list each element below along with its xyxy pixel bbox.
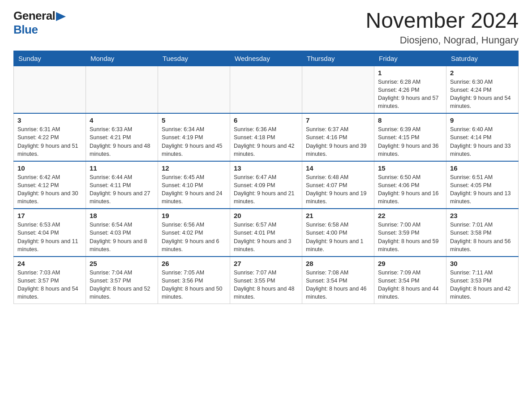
calendar-cell: 30Sunrise: 7:11 AM Sunset: 3:53 PM Dayli… xyxy=(446,257,519,304)
day-info: Sunrise: 6:44 AM Sunset: 4:11 PM Dayligh… xyxy=(90,173,154,206)
day-info: Sunrise: 7:11 AM Sunset: 3:53 PM Dayligh… xyxy=(450,269,515,301)
calendar-cell: 28Sunrise: 7:08 AM Sunset: 3:54 PM Dayli… xyxy=(302,257,374,304)
day-info: Sunrise: 6:58 AM Sunset: 4:00 PM Dayligh… xyxy=(306,221,370,253)
column-header-sunday: Sunday xyxy=(14,51,86,66)
day-number: 17 xyxy=(17,212,82,219)
calendar-cell: 21Sunrise: 6:58 AM Sunset: 4:00 PM Dayli… xyxy=(302,209,374,257)
day-number: 4 xyxy=(90,116,154,124)
day-number: 29 xyxy=(378,260,442,267)
calendar-cell: 24Sunrise: 7:03 AM Sunset: 3:57 PM Dayli… xyxy=(14,257,86,304)
day-number: 6 xyxy=(234,116,298,124)
day-number: 2 xyxy=(450,69,515,77)
day-info: Sunrise: 6:48 AM Sunset: 4:07 PM Dayligh… xyxy=(306,173,370,206)
day-info: Sunrise: 7:08 AM Sunset: 3:54 PM Dayligh… xyxy=(306,269,370,301)
calendar-cell xyxy=(302,66,374,113)
calendar-cell: 11Sunrise: 6:44 AM Sunset: 4:11 PM Dayli… xyxy=(86,161,158,209)
day-info: Sunrise: 7:07 AM Sunset: 3:55 PM Dayligh… xyxy=(234,269,298,301)
logo-general-text: General xyxy=(13,9,55,23)
day-number: 21 xyxy=(306,212,370,219)
day-number: 3 xyxy=(17,116,82,124)
day-info: Sunrise: 7:05 AM Sunset: 3:56 PM Dayligh… xyxy=(162,269,226,301)
day-info: Sunrise: 7:09 AM Sunset: 3:54 PM Dayligh… xyxy=(378,269,442,301)
day-info: Sunrise: 6:33 AM Sunset: 4:21 PM Dayligh… xyxy=(90,125,154,158)
day-info: Sunrise: 6:39 AM Sunset: 4:15 PM Dayligh… xyxy=(378,125,442,158)
day-number: 18 xyxy=(90,212,154,219)
day-number: 7 xyxy=(306,116,370,124)
calendar-cell: 6Sunrise: 6:36 AM Sunset: 4:18 PM Daylig… xyxy=(230,113,302,161)
calendar-cell: 3Sunrise: 6:31 AM Sunset: 4:22 PM Daylig… xyxy=(14,113,86,161)
calendar-table: SundayMondayTuesdayWednesdayThursdayFrid… xyxy=(13,51,519,304)
calendar-cell xyxy=(230,66,302,113)
day-number: 1 xyxy=(378,69,442,77)
day-number: 24 xyxy=(17,260,82,267)
day-info: Sunrise: 6:56 AM Sunset: 4:02 PM Dayligh… xyxy=(162,221,226,253)
calendar-cell: 16Sunrise: 6:51 AM Sunset: 4:05 PM Dayli… xyxy=(446,161,519,209)
day-info: Sunrise: 6:42 AM Sunset: 4:12 PM Dayligh… xyxy=(17,173,82,206)
calendar-cell: 9Sunrise: 6:40 AM Sunset: 4:14 PM Daylig… xyxy=(446,113,519,161)
day-number: 25 xyxy=(90,260,154,267)
day-number: 13 xyxy=(234,164,298,172)
day-info: Sunrise: 6:28 AM Sunset: 4:26 PM Dayligh… xyxy=(378,78,442,111)
day-number: 30 xyxy=(450,260,515,267)
day-info: Sunrise: 6:47 AM Sunset: 4:09 PM Dayligh… xyxy=(234,173,298,206)
day-info: Sunrise: 6:51 AM Sunset: 4:05 PM Dayligh… xyxy=(450,173,515,206)
calendar-cell: 4Sunrise: 6:33 AM Sunset: 4:21 PM Daylig… xyxy=(86,113,158,161)
calendar-cell xyxy=(14,66,86,113)
week-row-3: 10Sunrise: 6:42 AM Sunset: 4:12 PM Dayli… xyxy=(14,161,519,209)
week-row-4: 17Sunrise: 6:53 AM Sunset: 4:04 PM Dayli… xyxy=(14,209,519,257)
calendar-cell: 18Sunrise: 6:54 AM Sunset: 4:03 PM Dayli… xyxy=(86,209,158,257)
calendar-cell: 12Sunrise: 6:45 AM Sunset: 4:10 PM Dayli… xyxy=(158,161,230,209)
day-number: 9 xyxy=(450,116,515,124)
day-info: Sunrise: 6:40 AM Sunset: 4:14 PM Dayligh… xyxy=(450,125,515,158)
column-header-saturday: Saturday xyxy=(446,51,519,66)
day-info: Sunrise: 6:54 AM Sunset: 4:03 PM Dayligh… xyxy=(90,221,154,253)
logo-triangle-icon xyxy=(56,12,66,21)
calendar-cell: 17Sunrise: 6:53 AM Sunset: 4:04 PM Dayli… xyxy=(14,209,86,257)
day-info: Sunrise: 6:57 AM Sunset: 4:01 PM Dayligh… xyxy=(234,221,298,253)
day-number: 22 xyxy=(378,212,442,219)
day-info: Sunrise: 7:03 AM Sunset: 3:57 PM Dayligh… xyxy=(17,269,82,301)
day-info: Sunrise: 7:01 AM Sunset: 3:58 PM Dayligh… xyxy=(450,221,515,253)
calendar-cell: 1Sunrise: 6:28 AM Sunset: 4:26 PM Daylig… xyxy=(374,66,446,113)
day-number: 8 xyxy=(378,116,442,124)
title-area: November 2024 Diosjeno, Nograd, Hungary xyxy=(365,9,519,46)
blue-label: Blue xyxy=(13,23,38,37)
calendar-cell: 22Sunrise: 7:00 AM Sunset: 3:59 PM Dayli… xyxy=(374,209,446,257)
day-info: Sunrise: 6:50 AM Sunset: 4:06 PM Dayligh… xyxy=(378,173,442,206)
day-number: 19 xyxy=(162,212,226,219)
calendar-cell: 7Sunrise: 6:37 AM Sunset: 4:16 PM Daylig… xyxy=(302,113,374,161)
calendar-cell: 25Sunrise: 7:04 AM Sunset: 3:57 PM Dayli… xyxy=(86,257,158,304)
day-number: 28 xyxy=(306,260,370,267)
column-header-friday: Friday xyxy=(374,51,446,66)
day-info: Sunrise: 6:45 AM Sunset: 4:10 PM Dayligh… xyxy=(162,173,226,206)
calendar-cell: 5Sunrise: 6:34 AM Sunset: 4:19 PM Daylig… xyxy=(158,113,230,161)
logo: General Blue xyxy=(13,9,66,37)
calendar-cell: 20Sunrise: 6:57 AM Sunset: 4:01 PM Dayli… xyxy=(230,209,302,257)
column-header-monday: Monday xyxy=(86,51,158,66)
day-number: 16 xyxy=(450,164,515,172)
column-header-wednesday: Wednesday xyxy=(230,51,302,66)
day-number: 27 xyxy=(234,260,298,267)
day-info: Sunrise: 6:30 AM Sunset: 4:24 PM Dayligh… xyxy=(450,78,515,111)
calendar-cell: 19Sunrise: 6:56 AM Sunset: 4:02 PM Dayli… xyxy=(158,209,230,257)
calendar-cell: 13Sunrise: 6:47 AM Sunset: 4:09 PM Dayli… xyxy=(230,161,302,209)
day-number: 15 xyxy=(378,164,442,172)
day-number: 10 xyxy=(17,164,82,172)
day-info: Sunrise: 6:37 AM Sunset: 4:16 PM Dayligh… xyxy=(306,125,370,158)
calendar-cell xyxy=(86,66,158,113)
day-info: Sunrise: 6:31 AM Sunset: 4:22 PM Dayligh… xyxy=(17,125,82,158)
day-info: Sunrise: 6:34 AM Sunset: 4:19 PM Dayligh… xyxy=(162,125,226,158)
day-number: 26 xyxy=(162,260,226,267)
calendar-cell: 14Sunrise: 6:48 AM Sunset: 4:07 PM Dayli… xyxy=(302,161,374,209)
calendar-cell: 27Sunrise: 7:07 AM Sunset: 3:55 PM Dayli… xyxy=(230,257,302,304)
day-info: Sunrise: 7:04 AM Sunset: 3:57 PM Dayligh… xyxy=(90,269,154,301)
month-title: November 2024 xyxy=(365,9,519,33)
day-info: Sunrise: 6:36 AM Sunset: 4:18 PM Dayligh… xyxy=(234,125,298,158)
day-number: 14 xyxy=(306,164,370,172)
day-number: 5 xyxy=(162,116,226,124)
week-row-5: 24Sunrise: 7:03 AM Sunset: 3:57 PM Dayli… xyxy=(14,257,519,304)
day-number: 23 xyxy=(450,212,515,219)
location-label: Diosjeno, Nograd, Hungary xyxy=(365,34,519,46)
calendar-cell: 15Sunrise: 6:50 AM Sunset: 4:06 PM Dayli… xyxy=(374,161,446,209)
calendar-cell: 29Sunrise: 7:09 AM Sunset: 3:54 PM Dayli… xyxy=(374,257,446,304)
